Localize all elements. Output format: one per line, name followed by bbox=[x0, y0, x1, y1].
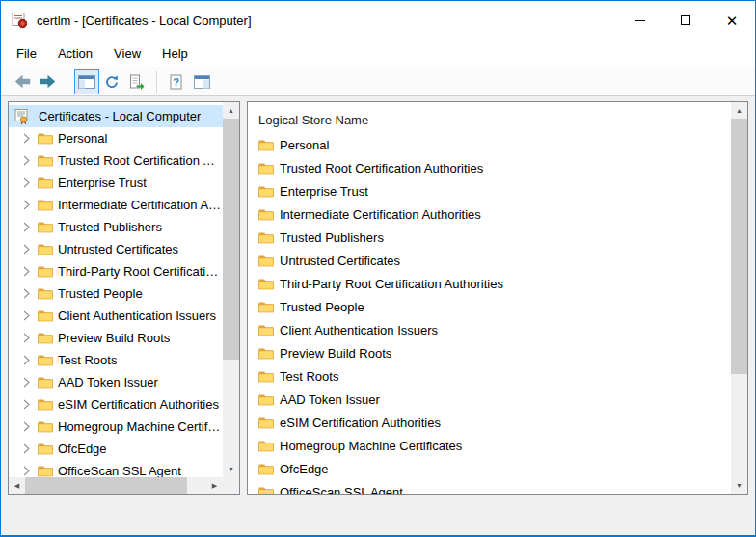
tree-item-label: Untrusted Certificates bbox=[58, 242, 178, 256]
console-tree-icon bbox=[78, 75, 95, 89]
tree-vertical-scrollbar[interactable]: ▲ ▼ bbox=[223, 102, 239, 477]
chevron-right-icon[interactable] bbox=[23, 155, 38, 166]
chevron-right-icon[interactable] bbox=[23, 466, 38, 476]
list-item[interactable]: eSIM Certification Authorities bbox=[248, 411, 731, 434]
toolbar-separator bbox=[67, 71, 68, 93]
toolbar: ? bbox=[1, 67, 755, 96]
scroll-left-icon[interactable]: ◀ bbox=[9, 477, 25, 494]
show-action-pane-button[interactable] bbox=[189, 69, 214, 94]
close-button[interactable]: ✕ bbox=[709, 1, 755, 40]
tree-root-certificates[interactable]: Certificates - Local Computer bbox=[9, 105, 223, 127]
menu-view[interactable]: View bbox=[103, 42, 151, 65]
tree-item[interactable]: Intermediate Certification Authorities bbox=[9, 194, 223, 216]
tree-item[interactable]: Preview Build Roots bbox=[9, 327, 223, 349]
menu-file[interactable]: File bbox=[6, 42, 47, 65]
maximize-icon bbox=[681, 15, 690, 25]
tree-item[interactable]: AAD Token Issuer bbox=[9, 371, 223, 393]
list-item[interactable]: AAD Token Issuer bbox=[248, 388, 731, 411]
tree-item[interactable]: Trusted People bbox=[9, 282, 223, 305]
list-viewport: Logical Store Name Personal Trusted Root… bbox=[248, 102, 731, 494]
chevron-right-icon[interactable] bbox=[23, 377, 38, 388]
tree-item[interactable]: Personal bbox=[9, 127, 223, 149]
chevron-right-icon[interactable] bbox=[23, 200, 38, 210]
refresh-icon bbox=[104, 74, 120, 90]
list-item[interactable]: Trusted Publishers bbox=[248, 226, 731, 249]
tree-item[interactable]: Untrusted Certificates bbox=[9, 238, 223, 260]
list-vertical-scrollbar[interactable]: ▲ ▼ bbox=[731, 102, 747, 494]
folder-icon bbox=[258, 255, 274, 267]
list-item[interactable]: Enterprise Trust bbox=[248, 179, 731, 202]
refresh-button[interactable] bbox=[99, 69, 124, 94]
chevron-right-icon[interactable] bbox=[23, 266, 38, 277]
list-item[interactable]: Test Roots bbox=[248, 364, 731, 388]
list-item[interactable]: Intermediate Certification Authorities bbox=[248, 202, 731, 226]
scroll-down-icon[interactable]: ▼ bbox=[731, 477, 747, 494]
scroll-up-icon[interactable]: ▲ bbox=[223, 102, 239, 119]
tree-item[interactable]: Trusted Publishers bbox=[9, 216, 223, 238]
chevron-right-icon[interactable] bbox=[23, 421, 38, 432]
folder-icon bbox=[38, 420, 53, 433]
toolbar-separator bbox=[156, 71, 157, 93]
list-item[interactable]: Personal bbox=[248, 133, 731, 156]
help-button[interactable]: ? bbox=[164, 69, 189, 94]
scroll-up-icon[interactable]: ▲ bbox=[731, 102, 747, 119]
chevron-right-icon[interactable] bbox=[23, 355, 38, 365]
list-item[interactable]: Third-Party Root Certification Authoriti… bbox=[248, 272, 731, 295]
menu-help[interactable]: Help bbox=[151, 42, 199, 65]
chevron-right-icon[interactable] bbox=[23, 399, 38, 410]
folder-icon bbox=[258, 162, 274, 175]
scroll-down-icon[interactable]: ▼ bbox=[223, 461, 239, 477]
list-item[interactable]: OfcEdge bbox=[248, 457, 731, 480]
column-header-logical-store-name[interactable]: Logical Store Name bbox=[248, 107, 731, 133]
chevron-right-icon[interactable] bbox=[23, 288, 38, 299]
chevron-right-icon[interactable] bbox=[23, 222, 38, 232]
list-item[interactable]: Homegroup Machine Certificates bbox=[248, 434, 731, 457]
minimize-button[interactable] bbox=[616, 1, 662, 40]
tree-hscroll-thumb[interactable] bbox=[25, 477, 187, 494]
tree-item[interactable]: OfcEdge bbox=[9, 438, 223, 460]
tree-item[interactable]: Trusted Root Certification Authorities bbox=[9, 149, 223, 172]
maximize-button[interactable] bbox=[662, 1, 709, 40]
tree-item[interactable]: Homegroup Machine Certificates bbox=[9, 416, 223, 438]
tree-item[interactable]: eSIM Certification Authorities bbox=[9, 393, 223, 416]
tree-vscroll-thumb[interactable] bbox=[223, 119, 239, 360]
folder-icon bbox=[38, 332, 53, 344]
chevron-right-icon[interactable] bbox=[23, 333, 38, 343]
list-item[interactable]: Trusted Root Certification Authorities bbox=[248, 156, 731, 179]
scroll-right-icon[interactable]: ▶ bbox=[206, 477, 223, 494]
window-title: certlm - [Certificates - Local Computer] bbox=[37, 13, 252, 28]
tree-item[interactable]: Third-Party Root Certification Authoriti… bbox=[9, 260, 223, 282]
tree-root-label: Certificates - Local Computer bbox=[39, 109, 201, 123]
list-item[interactable]: Preview Build Roots bbox=[248, 341, 731, 364]
tree-item-label: Third-Party Root Certification Authoriti… bbox=[58, 264, 223, 279]
folder-icon bbox=[38, 376, 53, 389]
show-console-tree-button[interactable] bbox=[74, 69, 99, 94]
main-area: Certificates - Local Computer Personal T… bbox=[1, 96, 755, 495]
tree-item[interactable]: Enterprise Trust bbox=[9, 172, 223, 194]
tree-item[interactable]: OfficeScan SSL Agent bbox=[9, 460, 223, 477]
list-item-label: Untrusted Certificates bbox=[280, 254, 400, 268]
chevron-right-icon[interactable] bbox=[23, 177, 38, 188]
list-item-label: Preview Build Roots bbox=[280, 346, 392, 361]
back-button[interactable] bbox=[10, 69, 35, 94]
tree-item[interactable]: Test Roots bbox=[9, 349, 223, 371]
list-item[interactable]: OfficeScan SSL Agent bbox=[248, 480, 731, 494]
list-vscroll-thumb[interactable] bbox=[731, 119, 747, 374]
chevron-right-icon[interactable] bbox=[23, 133, 38, 144]
tree-horizontal-scrollbar[interactable]: ◀ ▶ bbox=[9, 477, 223, 494]
chevron-right-icon[interactable] bbox=[23, 443, 38, 454]
list-item[interactable]: Untrusted Certificates bbox=[248, 249, 731, 272]
list-item[interactable]: Trusted People bbox=[248, 295, 731, 318]
tree-item-label: Enterprise Trust bbox=[58, 175, 147, 190]
list-item[interactable]: Client Authentication Issuers bbox=[248, 318, 731, 341]
tree-item[interactable]: Client Authentication Issuers bbox=[9, 305, 223, 327]
chevron-right-icon[interactable] bbox=[23, 244, 38, 255]
folder-icon bbox=[38, 221, 53, 233]
forward-button[interactable] bbox=[35, 69, 60, 94]
export-list-button[interactable] bbox=[124, 69, 149, 94]
folder-icon bbox=[38, 243, 53, 255]
folder-icon bbox=[258, 463, 274, 475]
folder-icon bbox=[258, 185, 274, 198]
menu-action[interactable]: Action bbox=[47, 42, 103, 65]
chevron-right-icon[interactable] bbox=[23, 310, 38, 321]
